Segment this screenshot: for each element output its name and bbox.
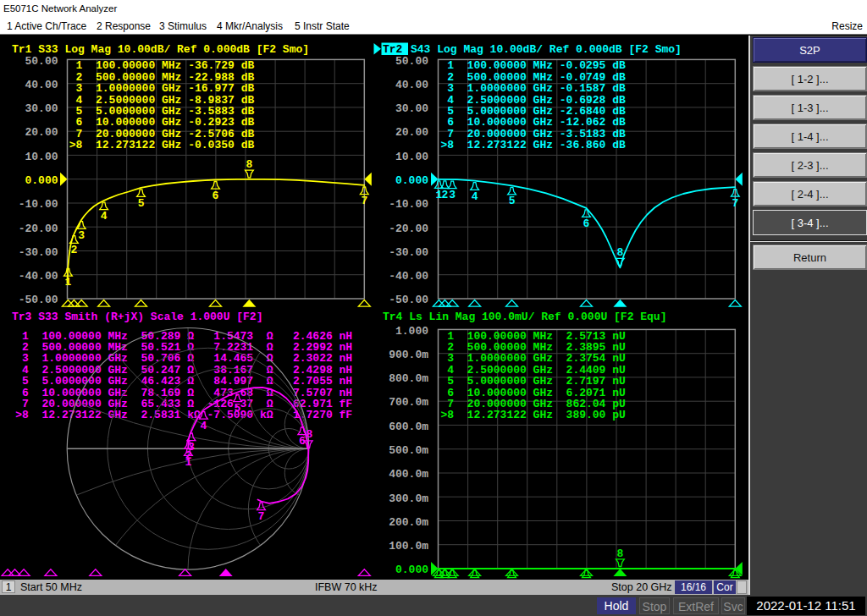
svg-text:40.00: 40.00 [25,79,58,91]
svg-text:400.0m: 400.0m [389,468,428,481]
svg-text:7: 7 [258,510,265,523]
svg-text:-40.00: -40.00 [389,270,428,283]
svg-text:2: 2 [71,244,78,256]
svg-text:5: 5 [235,402,241,415]
svg-text:-30.00: -30.00 [389,246,428,259]
svg-text:-40.00: -40.00 [19,270,58,283]
svg-text:8: 8 [617,246,624,259]
svg-text:700.0m: 700.0m [389,396,428,409]
svg-text:8: 8 [306,428,313,441]
svg-text:40.00: 40.00 [395,79,428,91]
svg-text:600.0m: 600.0m [389,421,428,433]
svg-text:Tr4 Ls Lin Mag 100.0mU/ Ref 0.: Tr4 Ls Lin Mag 100.0mU/ Ref 0.000U [F2 E… [383,311,666,323]
svg-text:0.000: 0.000 [25,174,58,187]
svg-text:300.0m: 300.0m [389,492,428,505]
svg-text:800.0m: 800.0m [389,372,428,385]
svg-text:4: 4 [101,210,108,223]
svg-text:7: 7 [732,197,738,210]
svg-text:5: 5 [138,197,145,210]
svg-text:50.00: 50.00 [25,55,58,68]
svg-text:8: 8 [617,547,624,560]
svg-text:20.00: 20.00 [25,126,58,139]
svg-text:1.000: 1.000 [395,325,428,338]
svg-text:-30.00: -30.00 [19,246,58,259]
svg-text:10.00: 10.00 [395,151,428,163]
svg-text:6: 6 [583,217,590,230]
svg-text:500.0m: 500.0m [389,444,428,457]
svg-text:-10.00: -10.00 [389,198,428,211]
svg-text:1: 1 [64,276,71,289]
svg-text:30.00: 30.00 [25,102,58,115]
svg-text:3: 3 [188,441,195,454]
svg-text:3: 3 [449,189,456,201]
svg-text:7: 7 [361,195,367,207]
svg-text:S43 Log Mag 10.00dB/ Ref 0.000: S43 Log Mag 10.00dB/ Ref 0.000dB [F2 Smo… [411,43,682,56]
svg-text:>8 12.273122 GHz 389.00 pU: >8 12.273122 GHz 389.00 pU [440,409,625,421]
svg-text:20.00: 20.00 [395,126,428,139]
svg-text:3: 3 [78,229,85,242]
svg-text:4: 4 [472,190,478,203]
svg-text:-20.00: -20.00 [389,223,428,235]
svg-text:Tr3 S33 Smith (R+jX) Scale 1.0: Tr3 S33 Smith (R+jX) Scale 1.000U [F2] [12,311,262,323]
svg-text:200.0m: 200.0m [389,516,428,529]
svg-text:>8 12.273122 GHz -36.860 dB: >8 12.273122 GHz -36.860 dB [440,139,626,151]
svg-text:6: 6 [213,190,219,202]
svg-text:100.0m: 100.0m [389,540,428,553]
svg-text:>8 12.273122 GHz -0.0350 dB: >8 12.273122 GHz -0.0350 dB [69,139,255,151]
svg-text:50.00: 50.00 [395,55,428,68]
svg-text:30.00: 30.00 [395,102,428,115]
svg-text:2: 2 [442,189,449,201]
svg-text:5: 5 [509,195,516,207]
svg-text:10.00: 10.00 [25,151,58,163]
svg-text:-50.00: -50.00 [389,294,428,306]
svg-text:-20.00: -20.00 [19,223,58,235]
svg-text:-50.00: -50.00 [19,294,58,306]
svg-text:0.000: 0.000 [395,564,428,576]
svg-text:-10.00: -10.00 [19,198,58,211]
svg-text:900.0m: 900.0m [389,349,428,361]
svg-text:0.000: 0.000 [395,174,428,187]
svg-text:8: 8 [246,158,253,171]
svg-text:4: 4 [200,420,207,432]
